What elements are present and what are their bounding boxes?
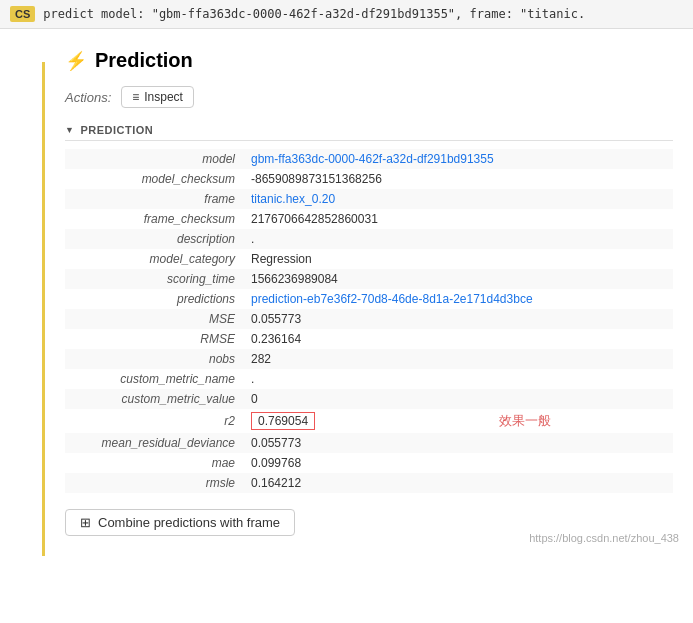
bolt-icon: ⚡	[65, 50, 87, 72]
field-link[interactable]: prediction-eb7e36f2-70d8-46de-8d1a-2e171…	[251, 292, 533, 306]
field-key: custom_metric_name	[65, 369, 245, 389]
table-row: nobs282	[65, 349, 673, 369]
field-key: rmsle	[65, 473, 245, 493]
actions-row: Actions: ≡ Inspect	[65, 86, 673, 108]
field-value: 0.769054效果一般	[245, 409, 673, 433]
table-row: r20.769054效果一般	[65, 409, 673, 433]
combine-icon: ⊞	[80, 515, 91, 530]
field-key: mae	[65, 453, 245, 473]
field-key: frame_checksum	[65, 209, 245, 229]
field-key: nobs	[65, 349, 245, 369]
combine-label: Combine predictions with frame	[98, 515, 280, 530]
table-row: description.	[65, 229, 673, 249]
field-value[interactable]: gbm-ffa363dc-0000-462f-a32d-df291bd91355	[245, 149, 673, 169]
field-value[interactable]: titanic.hex_0.20	[245, 189, 673, 209]
field-value: -865908987315​1368256	[245, 169, 673, 189]
table-row: frame_checksum2176706642852860031	[65, 209, 673, 229]
top-code: predict model: "gbm-ffa363dc-0000-462f-a…	[43, 7, 585, 21]
table-row: custom_metric_name.	[65, 369, 673, 389]
field-value: 2176706642852860031	[245, 209, 673, 229]
field-key: RMSE	[65, 329, 245, 349]
field-key: model_category	[65, 249, 245, 269]
annotation: 效果一般	[499, 412, 551, 430]
r2-highlight-box: 0.769054	[251, 412, 315, 430]
field-value: .	[245, 369, 673, 389]
field-value: 0.236164	[245, 329, 673, 349]
section-header: ▼ PREDICTION	[65, 124, 673, 141]
page-title-text: Prediction	[95, 49, 193, 72]
table-row: mae0.099768	[65, 453, 673, 473]
field-link[interactable]: titanic.hex_0.20	[251, 192, 335, 206]
section-title: PREDICTION	[80, 124, 153, 136]
field-key: predictions	[65, 289, 245, 309]
field-value: 0.099768	[245, 453, 673, 473]
field-value: 0.164212	[245, 473, 673, 493]
field-key: r2	[65, 409, 245, 433]
table-row: model_categoryRegression	[65, 249, 673, 269]
actions-label: Actions:	[65, 90, 111, 105]
field-link[interactable]: gbm-ffa363dc-0000-462f-a32d-df291bd91355	[251, 152, 494, 166]
table-row: model_checksum-865908987315​1368256	[65, 169, 673, 189]
table-row: mean_residual_deviance0.055773	[65, 433, 673, 453]
table-row: scoring_time1566236989084	[65, 269, 673, 289]
field-value: .	[245, 229, 673, 249]
prediction-table: modelgbm-ffa363dc-0000-462f-a32d-df291bd…	[65, 149, 673, 493]
top-bar: CS predict model: "gbm-ffa363dc-0000-462…	[0, 0, 693, 29]
table-row: MSE0.055773	[65, 309, 673, 329]
field-value: Regression	[245, 249, 673, 269]
main-content: ⚡ Prediction Actions: ≡ Inspect ▼ PREDIC…	[55, 29, 693, 556]
field-key: model	[65, 149, 245, 169]
table-row: frametitanic.hex_0.20	[65, 189, 673, 209]
table-row: rmsle0.164212	[65, 473, 673, 493]
field-value: 0.055773	[245, 309, 673, 329]
field-key: custom_metric_value	[65, 389, 245, 409]
table-row: predictionsprediction-eb7e36f2-70d8-46de…	[65, 289, 673, 309]
yellow-bar	[42, 62, 45, 556]
field-value: 0	[245, 389, 673, 409]
table-row: RMSE0.236164	[65, 329, 673, 349]
watermark: https://blog.csdn.net/zhou_438	[529, 532, 679, 544]
field-value: 0.055773	[245, 433, 673, 453]
inspect-button[interactable]: ≡ Inspect	[121, 86, 194, 108]
field-key: model_checksum	[65, 169, 245, 189]
field-value: 1566236989084	[245, 269, 673, 289]
page-title: ⚡ Prediction	[65, 49, 673, 72]
cs-badge: CS	[10, 6, 35, 22]
field-value[interactable]: prediction-eb7e36f2-70d8-46de-8d1a-2e171…	[245, 289, 673, 309]
field-value: 282	[245, 349, 673, 369]
field-key: description	[65, 229, 245, 249]
inspect-icon: ≡	[132, 90, 139, 104]
field-key: MSE	[65, 309, 245, 329]
field-key: mean_residual_deviance	[65, 433, 245, 453]
table-row: modelgbm-ffa363dc-0000-462f-a32d-df291bd…	[65, 149, 673, 169]
field-key: scoring_time	[65, 269, 245, 289]
inspect-label: Inspect	[144, 90, 183, 104]
field-key: frame	[65, 189, 245, 209]
table-row: custom_metric_value0	[65, 389, 673, 409]
triangle-icon: ▼	[65, 125, 74, 135]
combine-predictions-button[interactable]: ⊞ Combine predictions with frame	[65, 509, 295, 536]
